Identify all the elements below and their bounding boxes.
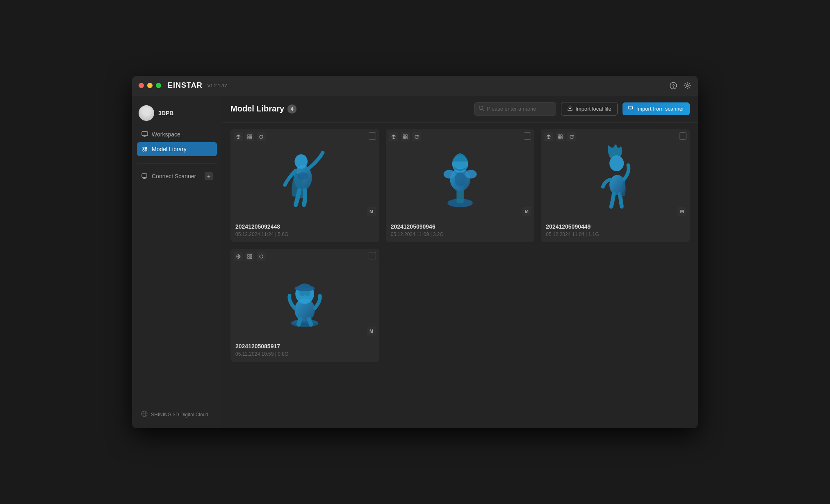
card-preview-4: M (230, 249, 379, 339)
model-3d-anime (556, 138, 675, 210)
help-icon[interactable]: ? (669, 82, 677, 90)
search-icon (479, 105, 484, 113)
rotate-icon-3[interactable] (567, 132, 576, 141)
page-title-text: Model Library (230, 104, 284, 114)
model-meta-3: 05.12.2024 11:04 | 1.1G (546, 232, 685, 237)
card-toolbar-1 (234, 132, 266, 141)
svg-rect-40 (250, 257, 252, 259)
grid-icon-3[interactable] (556, 132, 565, 141)
close-button[interactable] (139, 83, 144, 88)
card-checkbox-1[interactable] (369, 132, 376, 140)
svg-rect-15 (248, 137, 249, 139)
card-preview-3: M (541, 129, 690, 219)
cloud-icon (141, 411, 148, 418)
add-scanner-button[interactable]: + (205, 172, 213, 180)
svg-rect-20 (403, 135, 405, 136)
svg-rect-23 (406, 137, 407, 139)
search-box[interactable] (474, 102, 556, 116)
sidebar-item-model-library[interactable]: Model Library (137, 142, 217, 156)
rotate-icon-2[interactable] (412, 132, 421, 141)
user-profile: 3DPB (137, 102, 217, 127)
model-count-badge: 4 (287, 104, 296, 114)
model-card-1[interactable]: M 20241205092448 05.12.2024 11:24 | 5.6G (230, 129, 379, 242)
sidebar-footer: SHINING 3D Digital Cloud (137, 402, 217, 422)
model-3d-warrior (245, 138, 364, 210)
traffic-lights (139, 83, 161, 88)
settings-icon[interactable] (683, 82, 691, 90)
app-version: V1.2.1-17 (208, 83, 227, 88)
svg-rect-22 (403, 137, 405, 139)
model-meta-2: 05.12.2024 11:09 | 3.2G (391, 232, 530, 237)
card-badge-2: M (522, 207, 531, 216)
import-local-label: Import local file (575, 106, 611, 112)
svg-point-6 (143, 150, 144, 151)
model-library-label: Model Library (152, 146, 187, 152)
toolbar: Model Library 4 (222, 95, 698, 123)
title-bar-actions: ? (669, 82, 691, 90)
workspace-label: Workspace (152, 131, 180, 138)
svg-rect-33 (558, 137, 560, 139)
import-local-button[interactable]: Import local file (561, 102, 617, 116)
svg-point-2 (686, 84, 689, 86)
move-icon-3[interactable] (544, 132, 553, 141)
main-layout: 3DPB Workspace (132, 95, 698, 428)
model-3d-gnome (245, 258, 364, 330)
move-icon-2[interactable] (389, 132, 398, 141)
card-preview-1: M (230, 129, 379, 219)
model-meta-4: 05.12.2024 10:59 | 0.8G (235, 351, 374, 357)
svg-point-36 (609, 155, 624, 171)
model-name-4: 20241205085917 (235, 343, 374, 350)
card-info-2: 20241205090946 05.12.2024 11:09 | 3.2G (386, 219, 535, 242)
svg-point-28 (465, 170, 477, 178)
card-checkbox-3[interactable] (679, 132, 686, 140)
grid-icon-2[interactable] (401, 132, 410, 141)
import-local-icon (567, 105, 573, 112)
svg-rect-8 (142, 174, 147, 177)
svg-rect-32 (561, 135, 562, 136)
card-badge-1: M (367, 207, 376, 216)
svg-rect-34 (561, 137, 562, 139)
workspace-icon (141, 131, 148, 138)
svg-rect-12 (629, 106, 632, 109)
svg-text:?: ? (672, 83, 675, 88)
app-logo: EINSTAR V1.2.1-17 (168, 81, 227, 90)
svg-point-30 (455, 173, 465, 187)
model-card-2[interactable]: M 20241205090946 05.12.2024 11:09 | 3.2G (386, 129, 535, 242)
grid-icon-4[interactable] (245, 252, 254, 261)
username: 3DPB (158, 110, 173, 116)
card-toolbar-2 (389, 132, 421, 141)
model-card-4[interactable]: M 20241205085917 05.12.2024 10:59 | 0.8G (230, 249, 379, 362)
minimize-button[interactable] (147, 83, 153, 88)
svg-point-18 (295, 154, 308, 169)
svg-point-4 (143, 147, 144, 149)
svg-point-11 (479, 106, 483, 109)
cloud-item[interactable]: SHINING 3D Digital Cloud (137, 407, 217, 422)
card-preview-2: M (386, 129, 535, 219)
move-icon[interactable] (234, 132, 243, 141)
model-3d-bust (401, 138, 520, 210)
connect-scanner-item[interactable]: Connect Scanner + (137, 169, 217, 184)
rotate-icon-4[interactable] (257, 252, 266, 261)
move-icon-4[interactable] (234, 252, 243, 261)
grid-icon-1[interactable] (245, 132, 254, 141)
model-name-1: 20241205092448 (235, 223, 374, 230)
rotate-icon-1[interactable] (257, 132, 266, 141)
maximize-button[interactable] (156, 83, 161, 88)
card-checkbox-2[interactable] (524, 132, 531, 140)
connect-scanner-left: Connect Scanner (141, 173, 196, 180)
card-info-3: 20241205090449 05.12.2024 11:04 | 1.1G (541, 219, 690, 242)
card-checkbox-4[interactable] (369, 252, 376, 259)
import-scanner-button[interactable]: Import from scanner (622, 102, 690, 115)
scanner-icon (141, 173, 148, 180)
import-scanner-label: Import from scanner (636, 106, 684, 112)
content-area: Model Library 4 (222, 95, 698, 428)
card-info-1: 20241205092448 05.12.2024 11:24 | 5.6G (230, 219, 379, 242)
nav-section: Workspace Model Library (137, 127, 217, 157)
app-window: EINSTAR V1.2.1-17 ? (132, 76, 698, 428)
model-card-3[interactable]: M 20241205090449 05.12.2024 11:04 | 1.1G (541, 129, 690, 242)
svg-rect-14 (250, 135, 252, 136)
sidebar-item-workspace[interactable]: Workspace (137, 127, 217, 141)
svg-rect-37 (248, 254, 249, 256)
search-input[interactable] (487, 106, 552, 112)
svg-point-5 (145, 147, 147, 149)
